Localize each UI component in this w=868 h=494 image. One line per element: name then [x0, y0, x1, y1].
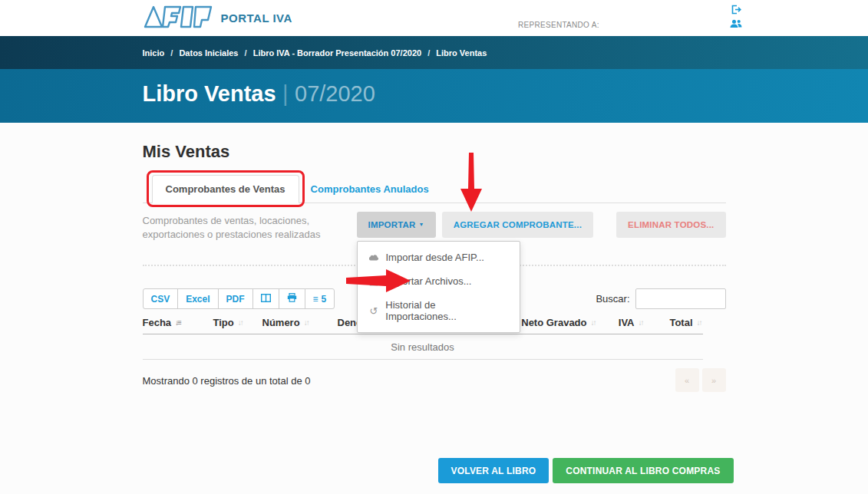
export-pdf-button[interactable]: PDF: [218, 288, 253, 309]
importar-dropdown-menu: Importar desde AFIP...: [357, 241, 520, 333]
sign-out-icon[interactable]: [731, 4, 742, 15]
table-empty-message: Sin resultados: [143, 334, 703, 360]
page-banner: Libro Ventas | 07/2020: [0, 69, 868, 123]
afip-logo-icon: [143, 5, 213, 32]
table-toolbar: CSV Excel PDF: [143, 288, 335, 309]
volver-al-libro-button[interactable]: VOLVER AL LIBRO: [438, 458, 550, 483]
menu-item-importar-archivos[interactable]: Importar Archivos...: [358, 269, 520, 293]
page-length-button[interactable]: ≡ 5: [305, 288, 335, 309]
column-header-numero[interactable]: Número ↓↑: [262, 317, 338, 328]
print-icon: [287, 293, 297, 305]
chevron-down-icon: ▼: [419, 222, 424, 227]
portal-iva-page: PORTAL IVA REPRESENTANDO A:: [0, 0, 868, 494]
breadcrumb-item-libro-ventas[interactable]: Libro Ventas: [436, 48, 487, 58]
breadcrumb-item-inicio[interactable]: Inicio: [143, 48, 165, 58]
pagination: « »: [675, 368, 726, 392]
sort-icon: ↓↑: [304, 318, 310, 327]
tab-bar: Comprobantes de Ventas Comprobantes Anul…: [143, 175, 726, 203]
agregar-comprobante-button[interactable]: AGREGAR COMPROBANTE...: [442, 212, 593, 238]
eliminar-todos-button[interactable]: ELIMINAR TODOS...: [616, 212, 725, 238]
sort-icon: ↓↑: [639, 318, 645, 327]
importar-button[interactable]: IMPORTAR▼: [357, 212, 436, 238]
column-header-fecha[interactable]: Fecha ↓≡: [143, 317, 213, 328]
column-header-iva[interactable]: IVA ↓↑: [597, 317, 645, 328]
breadcrumb-separator: /: [170, 48, 173, 58]
menu-item-historial-importaciones[interactable]: ↺ Historial de Importaciones...: [358, 293, 520, 328]
print-button[interactable]: [279, 288, 305, 309]
brand-title: PORTAL IVA: [221, 12, 292, 25]
top-header: PORTAL IVA REPRESENTANDO A:: [0, 0, 868, 36]
column-visibility-button[interactable]: [252, 288, 279, 309]
breadcrumb-bar: Inicio / Datos Iniciales / Libro IVA - B…: [0, 36, 868, 69]
section-description: Comprobantes de ventas, locaciones, expo…: [143, 212, 321, 241]
banner-separator: |: [282, 81, 289, 106]
page-title: Libro Ventas: [143, 81, 276, 106]
upload-icon: [369, 277, 379, 286]
page-length-value: 5: [322, 294, 327, 305]
breadcrumb: Inicio / Datos Iniciales / Libro IVA - B…: [143, 36, 726, 58]
breadcrumb-item-datos-iniciales[interactable]: Datos Iniciales: [179, 48, 238, 58]
list-icon: ≡: [313, 294, 318, 305]
columns-icon: [261, 294, 271, 305]
tab-comprobantes-anulados[interactable]: Comprobantes Anulados: [299, 176, 441, 203]
cloud-download-icon: [369, 254, 379, 262]
section-title: Mis Ventas: [143, 123, 726, 162]
records-summary: Mostrando 0 registros de un total de 0: [143, 368, 311, 387]
sort-asc-icon: ↓≡: [175, 318, 182, 327]
pagination-next-button[interactable]: »: [702, 368, 726, 392]
search-input[interactable]: [635, 288, 726, 309]
afip-logo-link[interactable]: PORTAL IVA: [143, 5, 292, 32]
tab-comprobantes-de-ventas[interactable]: Comprobantes de Ventas: [152, 175, 299, 203]
column-header-total[interactable]: Total ↓↑: [645, 317, 703, 328]
export-csv-button[interactable]: CSV: [143, 288, 179, 309]
breadcrumb-separator: /: [427, 48, 430, 58]
users-icon[interactable]: [729, 18, 743, 29]
banner-period: 07/2020: [295, 81, 375, 106]
sort-icon: ↓↑: [697, 318, 703, 327]
pagination-prev-button[interactable]: «: [675, 368, 699, 392]
sort-icon: ↓↑: [591, 318, 597, 327]
history-icon: ↺: [369, 306, 379, 316]
column-header-tipo[interactable]: Tipo ↓↑: [213, 317, 262, 328]
main-content: Mis Ventas Comprobantes de Ventas Compro…: [0, 123, 868, 494]
continuar-al-libro-compras-button[interactable]: CONTINUAR AL LIBRO COMPRAS: [553, 458, 733, 483]
representing-label: REPRESENTANDO A:: [518, 21, 599, 29]
export-excel-button[interactable]: Excel: [177, 288, 218, 309]
breadcrumb-separator: /: [245, 48, 247, 58]
sort-icon: ↓↑: [238, 318, 244, 327]
menu-item-importar-desde-afip[interactable]: Importar desde AFIP...: [358, 245, 520, 269]
breadcrumb-item-libro-iva[interactable]: Libro IVA - Borrador Presentación 07/202…: [253, 48, 421, 58]
search-label: Buscar:: [596, 293, 629, 305]
